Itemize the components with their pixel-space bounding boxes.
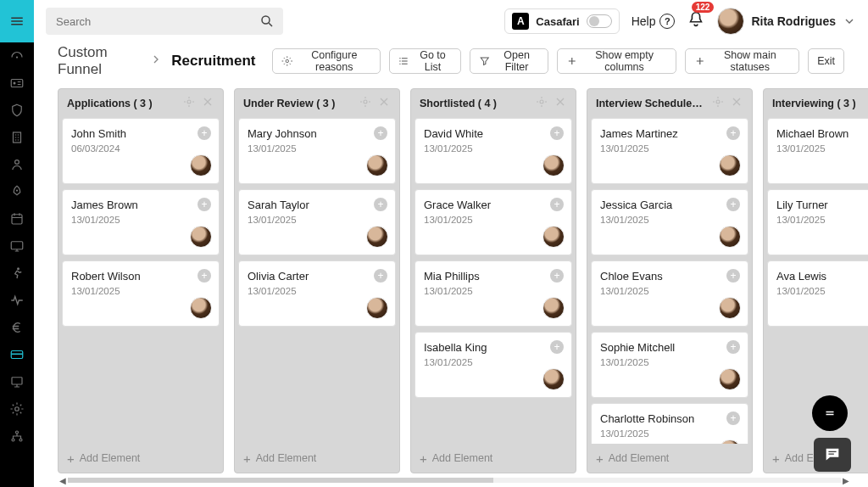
column-close-icon[interactable] <box>730 95 743 112</box>
column-close-icon[interactable] <box>554 95 567 112</box>
kanban-card[interactable]: Isabella King13/01/2025+ <box>415 332 572 398</box>
column-header[interactable]: Interviewing ( 3 ) <box>764 89 868 118</box>
add-element-button[interactable]: +Add Element <box>411 444 576 473</box>
card-add-icon[interactable]: + <box>198 198 211 211</box>
sidebar-item-dashboard[interactable] <box>0 42 34 70</box>
show-main-statuses-button[interactable]: Show main statuses <box>685 48 799 74</box>
column-close-icon[interactable] <box>377 95 391 112</box>
card-add-icon[interactable]: + <box>550 340 564 354</box>
column-settings-icon[interactable] <box>711 95 725 112</box>
card-add-icon[interactable]: + <box>726 411 740 425</box>
sidebar-item-shield[interactable] <box>0 97 34 124</box>
chat-button[interactable] <box>814 438 851 472</box>
column-settings-icon[interactable] <box>182 95 196 112</box>
open-filter-button[interactable]: Open Filter <box>470 48 548 74</box>
configure-reasons-button[interactable]: Configure reasons <box>272 48 380 74</box>
quick-action-button[interactable] <box>812 395 848 431</box>
search-icon[interactable] <box>259 14 275 32</box>
column-header[interactable]: Shortlisted ( 4 ) <box>411 89 576 118</box>
card-add-icon[interactable]: + <box>550 269 564 283</box>
search-input[interactable] <box>46 8 283 35</box>
org-switcher[interactable]: A Casafari <box>504 8 619 34</box>
column-settings-icon[interactable] <box>359 95 372 112</box>
card-add-icon[interactable]: + <box>198 126 211 140</box>
card-add-icon[interactable]: + <box>374 269 387 283</box>
sidebar-item-gear[interactable] <box>0 395 34 423</box>
card-add-icon[interactable]: + <box>726 340 740 354</box>
add-element-button[interactable]: +Add Element <box>235 444 399 473</box>
column-header[interactable]: Applications ( 3 ) <box>58 89 223 118</box>
kanban-card[interactable]: Michael Brown13/01/2025+ <box>767 118 868 184</box>
column-body[interactable]: Michael Brown13/01/2025+Lily Turner13/01… <box>764 118 868 444</box>
user-menu[interactable]: Rita Rodrigues <box>717 8 856 35</box>
kanban-card[interactable]: Charlotte Robinson13/01/2025+ <box>591 403 748 444</box>
exit-button[interactable]: Exit <box>808 48 844 74</box>
card-add-icon[interactable]: + <box>550 126 564 140</box>
sidebar-item-credit-card[interactable] <box>0 341 34 368</box>
sidebar-item-id-card[interactable] <box>0 70 34 97</box>
card-add-icon[interactable]: + <box>374 198 387 211</box>
kanban-card[interactable]: Robert Wilson13/01/2025+ <box>62 260 220 327</box>
kanban-card[interactable]: Grace Walker13/01/2025+ <box>415 189 572 255</box>
card-add-icon[interactable]: + <box>198 269 211 283</box>
sidebar-item-person[interactable] <box>0 151 34 178</box>
card-add-icon[interactable]: + <box>550 198 564 211</box>
sidebar-toggle[interactable] <box>0 0 34 42</box>
sidebar-item-rocket[interactable] <box>0 178 34 205</box>
kanban-card[interactable]: Mary Johnson13/01/2025+ <box>238 118 396 184</box>
kanban-card[interactable]: James Martinez13/01/2025+ <box>591 118 748 184</box>
sidebar-item-running[interactable] <box>0 260 34 287</box>
card-add-icon[interactable]: + <box>374 126 387 140</box>
column-body[interactable]: David White13/01/2025+Grace Walker13/01/… <box>411 118 576 444</box>
kanban-card[interactable]: David White13/01/2025+ <box>415 118 572 184</box>
monitor-icon <box>9 238 25 254</box>
kanban-card[interactable]: Sarah Taylor13/01/2025+ <box>238 189 396 255</box>
card-name: James Martinez <box>600 127 739 140</box>
card-add-icon[interactable]: + <box>726 198 740 211</box>
go-to-list-button[interactable]: Go to List <box>389 48 462 74</box>
notifications-button[interactable]: 122 <box>687 10 705 32</box>
sidebar-item-euro[interactable] <box>0 314 34 341</box>
column-body[interactable]: Mary Johnson13/01/2025+Sarah Taylor13/01… <box>235 118 399 444</box>
kanban-card[interactable]: Lily Turner13/01/2025+ <box>767 189 868 255</box>
sidebar-item-presentation[interactable] <box>0 368 34 395</box>
kanban-card[interactable]: James Brown13/01/2025+ <box>62 189 220 255</box>
breadcrumb-root[interactable]: Custom Funnel <box>58 44 141 78</box>
sidebar-item-calendar[interactable] <box>0 205 34 232</box>
euro-icon <box>9 320 25 335</box>
search-box <box>46 8 283 35</box>
add-element-button[interactable]: +Add Element <box>587 444 752 473</box>
sidebar-item-monitor[interactable] <box>0 232 34 260</box>
kanban-card[interactable]: Mia Phillips13/01/2025+ <box>415 260 572 327</box>
sidebar-item-org[interactable] <box>0 423 34 450</box>
svg-point-21 <box>187 100 191 104</box>
card-add-icon[interactable]: + <box>726 269 740 283</box>
card-add-icon[interactable]: + <box>726 126 740 140</box>
kanban-card[interactable]: Ava Lewis13/01/2025+ <box>767 260 868 327</box>
kanban-card[interactable]: Chloe Evans13/01/2025+ <box>591 260 748 327</box>
column-close-icon[interactable] <box>201 95 214 112</box>
show-empty-columns-button[interactable]: Show empty columns <box>557 48 676 74</box>
scroll-right-icon[interactable]: ▶ <box>841 476 851 485</box>
kanban-board[interactable]: Applications ( 3 )John Smith06/03/2024+J… <box>34 80 868 487</box>
dashboard-icon <box>9 48 25 64</box>
svg-point-22 <box>364 100 367 104</box>
svg-point-4 <box>15 160 19 165</box>
scroll-left-icon[interactable]: ◀ <box>58 476 68 485</box>
kanban-card[interactable]: Olivia Carter13/01/2025+ <box>238 260 396 327</box>
column-body[interactable]: John Smith06/03/2024+James Brown13/01/20… <box>58 118 223 444</box>
add-element-button[interactable]: +Add Element <box>58 444 223 473</box>
sidebar-item-building[interactable] <box>0 124 34 151</box>
column-body[interactable]: James Martinez13/01/2025+Jessica Garcia1… <box>587 118 752 444</box>
horizontal-scrollbar[interactable]: ◀ ▶ <box>58 477 851 484</box>
column-header[interactable]: Under Review ( 3 ) <box>235 89 399 118</box>
column-header[interactable]: Interview Scheduled ( 5 ) <box>587 89 752 118</box>
calendar-icon <box>9 211 25 227</box>
org-toggle[interactable] <box>587 14 612 28</box>
column-settings-icon[interactable] <box>535 95 548 112</box>
kanban-card[interactable]: John Smith06/03/2024+ <box>62 118 220 184</box>
kanban-card[interactable]: Jessica Garcia13/01/2025+ <box>591 189 748 255</box>
sidebar-item-activity[interactable] <box>0 287 34 314</box>
kanban-card[interactable]: Sophie Mitchell13/01/2025+ <box>591 332 748 398</box>
help-link[interactable]: Help ? <box>632 14 676 29</box>
